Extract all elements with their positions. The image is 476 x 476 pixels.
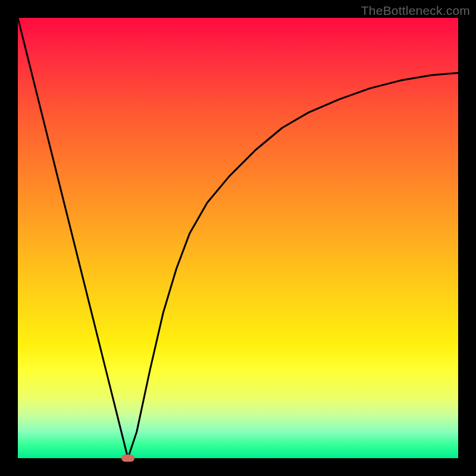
watermark-label: TheBottleneck.com: [361, 4, 470, 18]
chart-frame: TheBottleneck.com: [0, 0, 476, 476]
plot-area: [18, 18, 458, 458]
curve-vertex-marker: [121, 455, 134, 462]
